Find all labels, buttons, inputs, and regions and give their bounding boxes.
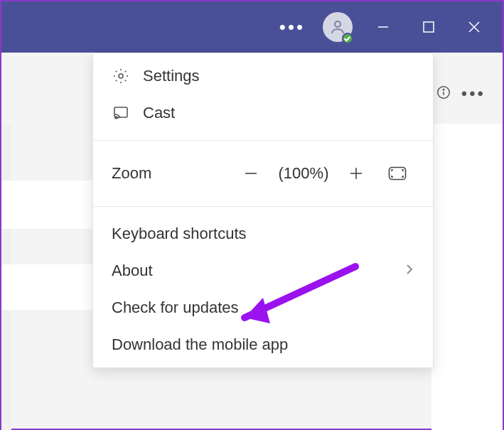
zoom-label: Zoom [112,164,176,183]
menu-item-label: Cast [143,104,414,122]
app-window: ••• [0,0,504,430]
close-button[interactable] [451,1,497,53]
chevron-right-icon [404,262,414,280]
plus-icon [348,166,364,181]
close-icon [467,20,481,34]
ellipsis-icon: ••• [279,16,305,38]
bg-panel [1,181,92,229]
menu-item-label: Keyboard shortcuts [112,225,414,243]
menu-item-keyboard-shortcuts[interactable]: Keyboard shortcuts [93,215,433,252]
zoom-out-button[interactable] [234,156,268,190]
cast-icon [112,104,130,122]
settings-menu: Settings Cast Zoom (100%) [92,53,434,368]
menu-item-label: Check for updates [112,299,414,317]
bg-panel [431,124,503,430]
menu-item-label: Settings [143,67,414,85]
svg-rect-14 [390,168,406,180]
zoom-value: (100%) [268,164,339,183]
minus-icon [243,166,259,181]
minimize-button[interactable] [360,1,406,53]
profile-button[interactable] [315,1,360,53]
menu-item-cast[interactable]: Cast [93,95,433,131]
gear-icon [112,68,130,85]
fullscreen-icon [388,166,407,181]
menu-item-check-for-updates[interactable]: Check for updates [93,289,433,326]
info-icon[interactable] [436,85,451,103]
ellipsis-icon[interactable]: ••• [461,84,486,104]
svg-point-0 [335,21,341,27]
fullscreen-button[interactable] [380,156,414,190]
menu-separator [93,140,433,141]
minimize-icon [376,20,390,34]
menu-item-settings[interactable]: Settings [93,58,433,95]
svg-point-8 [119,74,123,78]
svg-point-7 [443,90,444,90]
menu-item-about[interactable]: About [93,252,433,289]
titlebar-right: ••• [269,1,497,53]
presence-available-icon [342,33,353,44]
maximize-button[interactable] [406,1,451,53]
menu-item-label: Download the mobile app [112,335,414,354]
menu-item-label: About [112,262,392,280]
svg-rect-2 [424,22,434,32]
more-options-button[interactable]: ••• [269,1,315,53]
svg-point-10 [115,117,117,119]
menu-item-download-mobile-app[interactable]: Download the mobile app [93,326,433,363]
menu-separator [93,206,433,207]
maximize-icon [422,21,435,33]
svg-rect-9 [114,107,127,117]
header-actions: ••• [436,84,486,104]
titlebar: ••• [1,1,503,53]
bg-panel [1,264,92,310]
zoom-row: Zoom (100%) [93,145,433,202]
zoom-in-button[interactable] [339,156,373,190]
